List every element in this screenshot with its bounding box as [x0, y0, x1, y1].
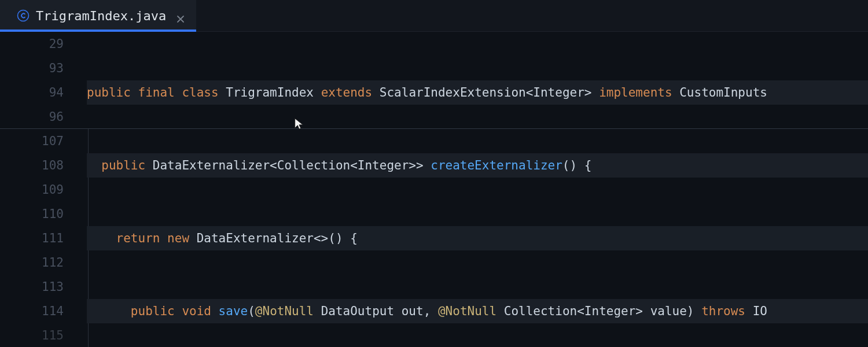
code-area[interactable]: public final class TrigramIndex extends …: [87, 32, 868, 347]
sticky-line-96[interactable]: public void save(@NotNull DataOutput out…: [87, 299, 868, 323]
sticky-line-93[interactable]: public DataExternalizer<Collection<Integ…: [87, 153, 868, 178]
code-editor[interactable]: 29 93 94 96 107 108 109 110 111 112 113 …: [0, 32, 868, 347]
sticky-line-94[interactable]: return new DataExternalizer<>() {: [87, 226, 868, 250]
tab-filename: TrigramIndex.java: [36, 9, 166, 23]
close-icon[interactable]: [176, 12, 185, 20]
sticky-line-29[interactable]: public final class TrigramIndex extends …: [87, 80, 868, 105]
java-class-icon: [16, 9, 30, 23]
svg-point-0: [18, 10, 29, 21]
tab-bar: TrigramIndex.java: [0, 0, 868, 32]
line-number-gutter: 29 93 94 96 107 108 109 110 111 112 113 …: [0, 32, 81, 347]
editor-tab[interactable]: TrigramIndex.java: [0, 0, 196, 31]
